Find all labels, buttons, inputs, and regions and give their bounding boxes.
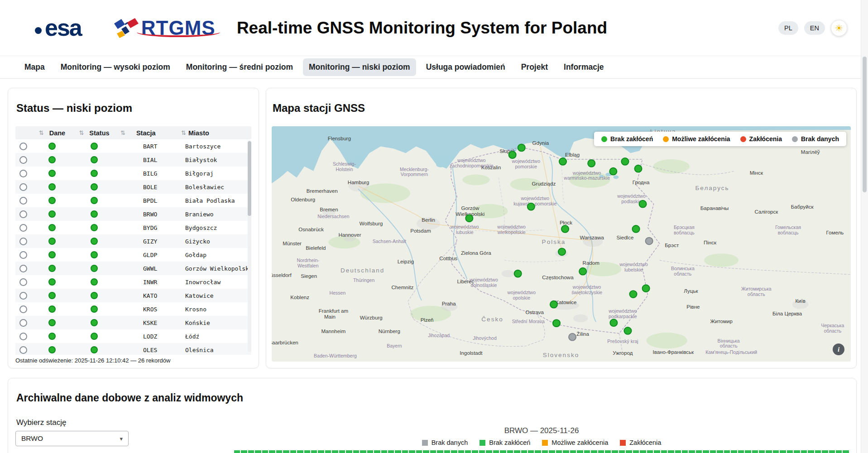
station-marker[interactable] [553, 319, 560, 327]
theme-toggle-button[interactable]: ☀ [831, 20, 847, 36]
map-label: Gorzów [461, 206, 480, 211]
timeline-segment [283, 450, 289, 453]
nav-item-projekt[interactable]: Projekt [515, 58, 554, 76]
table-row[interactable]: BIALBiałystok [15, 153, 251, 167]
station-marker[interactable] [579, 268, 586, 275]
table-row[interactable]: LODZŁódź [15, 329, 251, 343]
table-scrollbar-thumb[interactable] [248, 141, 251, 216]
table-row[interactable]: BPDLBiała Podlaska [15, 194, 251, 207]
map-label: Салігорск [755, 209, 779, 215]
station-marker[interactable] [632, 225, 639, 233]
page-scrollbar[interactable] [861, 0, 868, 453]
table-row[interactable]: BOLEBolesławiec [15, 180, 251, 194]
legend-label: Możliwe zakłócenia [672, 135, 730, 143]
nav-item-usługa-powiadomień[interactable]: Usługa powiadomień [420, 58, 511, 76]
lang-en-button[interactable]: EN [804, 21, 825, 35]
nav-item-monitoring-wysoki-poziom[interactable]: Monitoring — wysoki poziom [55, 58, 176, 76]
map-label: Thüringen [353, 278, 375, 283]
station-marker[interactable] [609, 168, 617, 175]
station-radio[interactable] [19, 333, 27, 340]
station-marker[interactable] [514, 270, 522, 277]
cell-city: Bartoszyce [179, 139, 251, 153]
nav-item-monitoring-średni-poziom[interactable]: Monitoring — średni poziom [180, 58, 299, 76]
station-radio[interactable] [19, 143, 27, 150]
nav-item-mapa[interactable]: Mapa [19, 58, 51, 76]
table-row[interactable]: BRWOBraniewo [15, 207, 251, 221]
table-scrollbar[interactable] [248, 140, 251, 352]
station-marker[interactable] [550, 301, 557, 308]
table-row[interactable]: BARTBartoszyce [15, 139, 251, 153]
table-row[interactable]: GLDPGołdap [15, 248, 251, 262]
table-row[interactable]: INWRInowrocław [15, 275, 251, 289]
station-marker[interactable] [639, 200, 647, 208]
station-marker[interactable] [518, 144, 525, 151]
sort-icon[interactable]: ⇅ [120, 129, 125, 136]
table-row[interactable]: OLESOleśnica [15, 343, 251, 355]
table-row[interactable]: GWWLGorzów Wielkopolski [15, 262, 251, 275]
map-label: Deutschland [340, 267, 384, 274]
station-marker[interactable] [528, 203, 535, 210]
station-marker[interactable] [629, 291, 637, 298]
station-marker[interactable] [558, 248, 566, 255]
station-marker[interactable] [561, 225, 569, 233]
map-label: Płock [560, 220, 572, 225]
timeline-segment [493, 450, 499, 453]
info-icon: i [838, 346, 839, 353]
station-radio[interactable] [19, 210, 27, 218]
sort-icon[interactable]: ⇅ [39, 129, 44, 136]
station-radio[interactable] [19, 238, 27, 245]
cell-dane [31, 275, 73, 289]
map-label: Osnabrück [298, 227, 324, 232]
station-radio[interactable] [19, 183, 27, 191]
table-row[interactable]: BILGBiłgoraj [15, 167, 251, 180]
timeline-segment [325, 450, 331, 453]
station-marker[interactable] [610, 319, 617, 326]
main-nav: MapaMonitoring — wysoki poziomMonitoring… [0, 56, 868, 79]
map-label: Nürnberg [379, 329, 400, 334]
station-marker[interactable] [588, 160, 595, 167]
station-marker[interactable] [646, 238, 653, 245]
station-radio[interactable] [19, 224, 27, 232]
station-radio[interactable] [19, 346, 27, 354]
station-radio[interactable] [19, 170, 27, 177]
station-marker[interactable] [559, 158, 566, 165]
sort-icon[interactable]: ⇅ [181, 129, 186, 136]
station-radio[interactable] [19, 278, 27, 286]
table-row[interactable]: GIZYGiżycko [15, 234, 251, 248]
table-row[interactable]: KATOKatowice [15, 289, 251, 302]
station-radio[interactable] [19, 305, 27, 313]
nav-item-informacje[interactable]: Informacje [558, 58, 610, 76]
station-marker[interactable] [635, 165, 642, 172]
map-label: Магілёў [801, 149, 820, 155]
cell-dane [31, 343, 73, 355]
column-label: Stacja [136, 129, 156, 137]
station-marker[interactable] [569, 334, 576, 341]
cell-city: Bolesławiec [179, 180, 251, 194]
gnss-map[interactable]: PolskaDeutschlandČeskoSlovenskoБеларусьL… [272, 126, 851, 362]
table-row[interactable]: KROSKrosno [15, 302, 251, 316]
station-radio[interactable] [19, 292, 27, 300]
table-row[interactable]: BYDGBydgoszcz [15, 221, 251, 234]
station-marker[interactable] [643, 285, 650, 292]
station-marker[interactable] [621, 158, 628, 165]
station-marker[interactable] [624, 327, 631, 334]
map-label: Würzburg [360, 315, 383, 320]
map-label: lubelskie [624, 267, 643, 272]
timeline-segment [829, 450, 835, 453]
page-scrollbar-thumb[interactable] [863, 57, 867, 192]
nav-item-monitoring-niski-poziom[interactable]: Monitoring — niski poziom [303, 58, 416, 76]
lang-pl-button[interactable]: PL [778, 21, 798, 35]
station-radio[interactable] [19, 319, 27, 327]
timeline-segment [605, 450, 611, 453]
station-marker[interactable] [509, 151, 516, 158]
station-radio[interactable] [19, 265, 27, 272]
sort-icon[interactable]: ⇅ [79, 129, 84, 136]
station-select[interactable]: BRWO ▾ [15, 431, 129, 446]
station-radio[interactable] [19, 156, 27, 164]
station-radio[interactable] [19, 251, 27, 259]
map-info-button[interactable]: i [833, 343, 844, 355]
timeline-segment [367, 450, 373, 453]
table-row[interactable]: KSKEKońskie [15, 316, 251, 329]
station-marker[interactable] [465, 215, 473, 222]
station-radio[interactable] [19, 197, 27, 205]
